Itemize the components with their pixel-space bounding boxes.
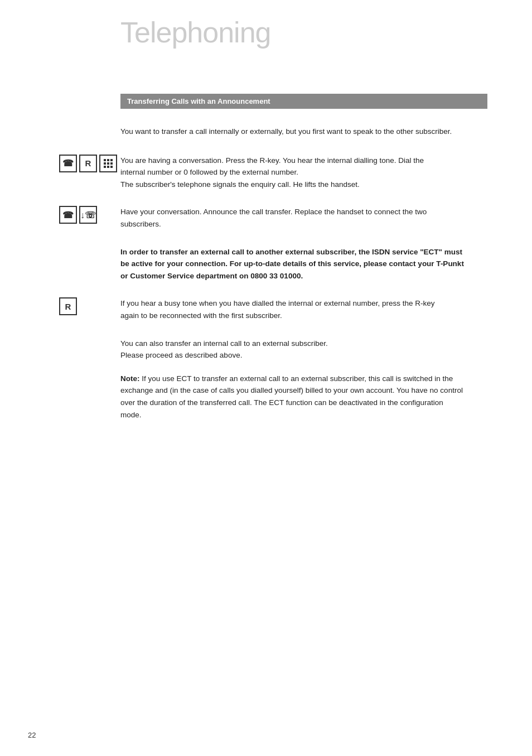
- keypad-dot: [107, 159, 109, 161]
- page: Telephoning Transferring Calls with an A…: [0, 0, 532, 756]
- keypad-dot: [104, 159, 106, 161]
- plain-text-1: You can also transfer an internal call t…: [120, 338, 466, 362]
- keypad-dot: [110, 162, 113, 165]
- phone-icon: ☎: [59, 155, 77, 172]
- bold-notice: In order to transfer an external call to…: [120, 246, 466, 282]
- note-body: If you use ECT to transfer an external c…: [120, 374, 463, 419]
- step-1-text: You are having a conversation. Press the…: [120, 155, 444, 191]
- page-title: Telephoning: [0, 0, 532, 60]
- step-1-row: ☎ R You are h: [120, 155, 487, 191]
- step-3-row: R If you hear a busy tone when you have …: [120, 297, 487, 321]
- step-3-icons: R: [59, 297, 109, 315]
- keypad-dot: [104, 162, 106, 165]
- keypad-grid: [104, 159, 113, 168]
- content-area: Transferring Calls with an Announcement …: [0, 60, 532, 476]
- keypad-dot: [110, 166, 113, 168]
- step-3-text: If you hear a busy tone when you have di…: [120, 297, 444, 321]
- r-key-icon: R: [79, 155, 97, 172]
- step-2-icons: ☎ ↓☏: [59, 206, 109, 224]
- keypad-dot: [107, 166, 109, 168]
- keypad-dot: [104, 166, 106, 168]
- phone-icon-2: ☎: [59, 206, 77, 224]
- step-2-row: ☎ ↓☏ Have your conversation. Announce th…: [120, 206, 487, 230]
- r-key-icon-2: R: [59, 297, 77, 315]
- page-number: 22: [28, 731, 36, 739]
- hangup-icon: ↓☏: [79, 206, 97, 224]
- note-label: Note:: [120, 374, 140, 383]
- section-header: Transferring Calls with an Announcement: [120, 94, 487, 109]
- intro-text: You want to transfer a call internally o…: [120, 126, 466, 138]
- step-1-icons: ☎ R: [59, 155, 109, 172]
- step-2-text: Have your conversation. Announce the cal…: [120, 206, 444, 230]
- keypad-dot: [107, 162, 109, 165]
- note-text: Note: If you use ECT to transfer an exte…: [120, 373, 466, 421]
- keypad-dot: [110, 159, 113, 161]
- keypad-icon: [99, 155, 117, 172]
